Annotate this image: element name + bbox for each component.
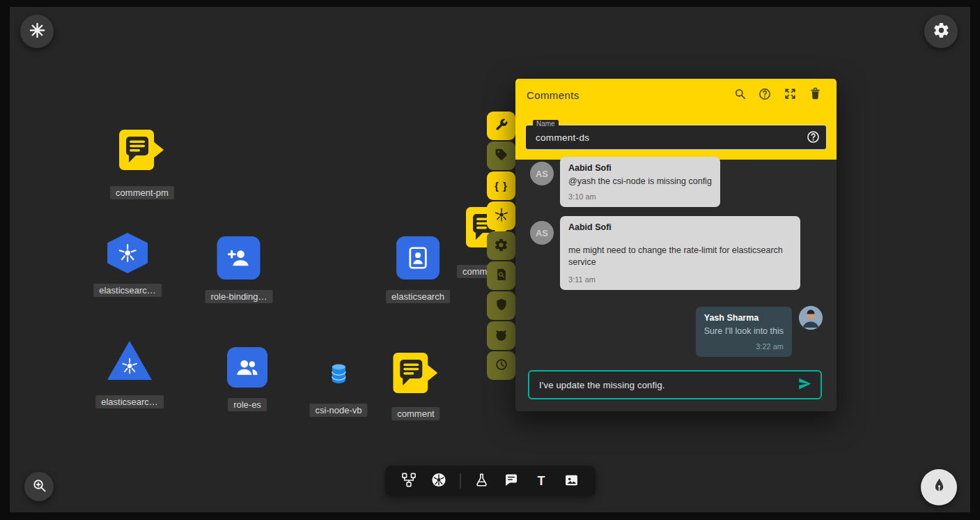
shapes-tool-button[interactable]	[562, 472, 580, 490]
logs-button[interactable]	[487, 261, 515, 290]
node-label: elasticsearc…	[93, 284, 162, 297]
gear-icon	[494, 238, 508, 254]
kubernetes-hexagon-icon	[107, 233, 148, 273]
node-label: elasticsearch	[386, 290, 450, 303]
node-label: csi-node-vb	[309, 404, 367, 417]
expand-icon	[784, 87, 797, 102]
chat-bubble-icon	[504, 473, 519, 489]
comment-time: 3:22 am	[704, 342, 784, 351]
comment-node-icon	[393, 353, 439, 397]
zoom-in-icon	[31, 477, 47, 496]
toolbar-divider	[460, 473, 460, 489]
send-button[interactable]	[794, 374, 815, 395]
text-tool-button[interactable]: T	[532, 472, 550, 490]
history-button[interactable]	[487, 351, 515, 380]
question-circle-icon	[806, 136, 820, 146]
node-label: elasticsearc…	[95, 395, 164, 408]
clock-icon	[495, 358, 508, 374]
name-field-label: Name	[533, 120, 559, 128]
node-label: comment	[391, 407, 440, 420]
kubernetes-asterisk-icon	[29, 22, 46, 41]
security-button[interactable]	[487, 291, 515, 320]
avatar-photo	[799, 306, 823, 330]
ink-pen-icon	[930, 477, 949, 498]
kubernetes-button[interactable]	[487, 201, 515, 230]
variables-button[interactable]: { }	[487, 171, 515, 200]
kubernetes-wheel-icon	[494, 207, 509, 224]
comment-author: Yash Sharma	[704, 313, 784, 323]
node-csi-node-vb[interactable]: csi-node-vb	[309, 363, 367, 417]
comments-panel: Comments Name AS Aabid Sofi @yash the cs…	[515, 79, 837, 411]
node-comment[interactable]: comment	[391, 353, 440, 420]
node-label: role-es	[228, 398, 267, 411]
node-role-es[interactable]: role-es	[227, 347, 267, 411]
trash-icon	[809, 87, 822, 102]
gear-icon	[933, 22, 950, 41]
name-help-button[interactable]	[804, 130, 821, 146]
help-button[interactable]	[754, 84, 775, 105]
document-search-icon	[495, 268, 508, 284]
labels-button[interactable]	[487, 142, 515, 170]
comment-message: Yash Sharma Sure I'll look into this 3:2…	[696, 307, 792, 357]
kanvas-app: comment-pm elasticsearc… role-binding… e…	[0, 0, 980, 520]
shield-icon	[495, 298, 508, 314]
delete-button[interactable]	[804, 84, 825, 105]
role-binding-icon	[217, 236, 260, 280]
node-label: role-binding…	[205, 290, 273, 303]
node-label: comment-pm	[110, 186, 174, 199]
github-button[interactable]	[487, 321, 515, 350]
braces-icon: { }	[495, 180, 508, 192]
service-account-icon	[396, 236, 440, 280]
comment-node-icon	[119, 130, 165, 174]
role-icon	[227, 347, 267, 388]
comment-author: Aabid Sofi	[568, 222, 792, 232]
node-role-binding[interactable]: role-binding…	[205, 236, 273, 303]
send-icon	[797, 376, 813, 394]
ink-pen-button[interactable]	[921, 469, 957, 505]
comment-tool-button[interactable]	[502, 472, 520, 490]
comment-time: 3:11 am	[568, 275, 792, 284]
kubernetes-triangle-icon	[107, 341, 152, 380]
zoom-button[interactable]	[24, 472, 54, 501]
design-schema-button[interactable]	[400, 472, 418, 490]
configure-button[interactable]	[487, 112, 515, 140]
name-input[interactable]	[525, 125, 827, 150]
flask-tool-button[interactable]	[472, 472, 490, 490]
comment-text: @yash the csi-node is missing config	[568, 176, 712, 188]
comment-message: Aabid Sofi @yash the csi-node is missing…	[560, 157, 720, 207]
comment-text: me might need to change the rate-limit f…	[568, 245, 792, 268]
node-elasticsearch-hexagon[interactable]: elasticsearc…	[93, 233, 162, 297]
node-comment-pm[interactable]: comment-pm	[110, 130, 174, 199]
github-icon	[494, 328, 508, 344]
comment-time: 3:10 am	[568, 192, 712, 201]
question-circle-icon	[758, 87, 772, 103]
settings-button[interactable]	[924, 15, 958, 48]
resource-settings-button[interactable]	[487, 231, 515, 260]
comment-text: Sure I'll look into this	[704, 326, 784, 337]
node-context-toolbar: { }	[487, 112, 515, 380]
kubernetes-components-button[interactable]	[430, 472, 448, 490]
text-tool-icon: T	[538, 475, 545, 487]
kubernetes-badge-icon	[431, 472, 447, 490]
bottom-toolbar: T	[384, 466, 596, 496]
avatar: AS	[530, 221, 554, 245]
search-button[interactable]	[729, 84, 750, 105]
comment-input[interactable]	[538, 379, 794, 391]
storage-cylinder-icon	[329, 363, 348, 387]
node-elasticsearch-service-account[interactable]: elasticsearch	[386, 236, 450, 303]
expand-button[interactable]	[779, 84, 800, 105]
schema-icon	[401, 472, 417, 490]
name-field-section: Name	[515, 111, 837, 160]
image-icon	[563, 473, 579, 490]
node-elasticsearch-triangle[interactable]: elasticsearc…	[95, 341, 164, 408]
flask-icon	[474, 473, 489, 490]
wrench-icon	[495, 118, 508, 134]
comments-panel-header: Comments	[515, 79, 837, 111]
panel-title: Comments	[527, 89, 580, 101]
comment-composer	[528, 370, 822, 399]
comment-author: Aabid Sofi	[568, 163, 712, 173]
kubernetes-context-button[interactable]	[20, 15, 54, 48]
search-icon	[733, 87, 747, 102]
comment-message: Aabid Sofi me might need to change the r…	[560, 216, 800, 290]
avatar: AS	[530, 162, 554, 185]
